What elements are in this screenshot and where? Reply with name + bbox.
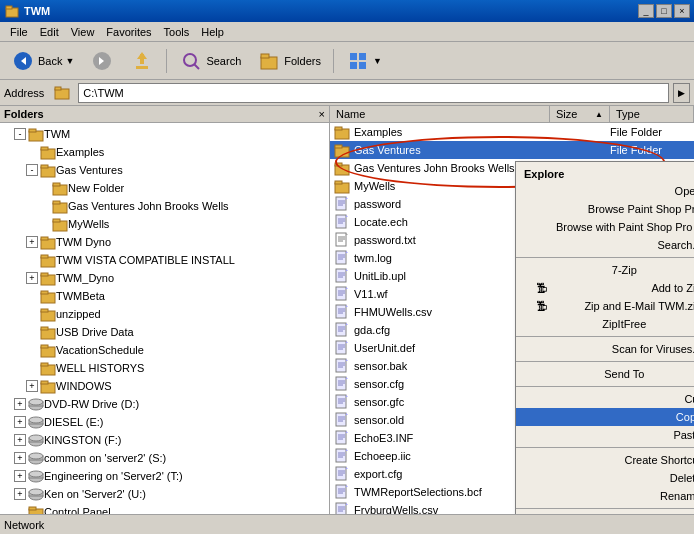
views-arrow: ▼ — [373, 56, 382, 66]
ctx-item-label: 7-Zip — [612, 264, 637, 276]
minimize-button[interactable]: _ — [638, 4, 654, 18]
menu-view[interactable]: View — [65, 24, 101, 40]
tree-item[interactable]: USB Drive Data — [2, 323, 327, 341]
search-button[interactable]: Search — [172, 45, 248, 77]
tree-label: common on 'server2' (S:) — [44, 452, 166, 464]
tree-item[interactable]: +KINGSTON (F:) — [2, 431, 327, 449]
titlebar-title: TWM — [24, 5, 638, 17]
titlebar: TWM _ □ × — [0, 0, 694, 22]
ctx-item[interactable]: Delete — [516, 469, 694, 487]
file-item[interactable]: Gas Ventures File Folder — [330, 141, 694, 159]
forward-button[interactable] — [83, 45, 121, 77]
ctx-item-label: Cut — [684, 393, 694, 405]
tree-item[interactable]: +TWM Dyno — [2, 233, 327, 251]
tree-expander[interactable]: + — [14, 452, 26, 464]
tree-item[interactable]: -Gas Ventures — [2, 161, 327, 179]
menu-favorites[interactable]: Favorites — [100, 24, 157, 40]
col-type[interactable]: Type — [610, 106, 694, 122]
tree-item[interactable]: Gas Ventures John Brooks Wells — [2, 197, 327, 215]
tree-expander[interactable]: + — [26, 380, 38, 392]
ctx-item[interactable]: Properties — [516, 512, 694, 514]
tree-item[interactable]: TWMBeta — [2, 287, 327, 305]
menu-edit[interactable]: Edit — [34, 24, 65, 40]
tree-expander[interactable]: + — [14, 416, 26, 428]
menu-tools[interactable]: Tools — [158, 24, 196, 40]
ctx-item[interactable]: ZipItFree► — [516, 315, 694, 333]
tree-expander[interactable]: + — [14, 488, 26, 500]
tree-item[interactable]: VacationSchedule — [2, 341, 327, 359]
back-button[interactable]: Back ▼ — [4, 45, 81, 77]
ctx-item[interactable]: Scan for Viruses... — [516, 340, 694, 358]
tree-expander[interactable]: - — [14, 128, 26, 140]
svg-rect-22 — [41, 147, 48, 150]
svg-marker-131 — [346, 377, 348, 379]
col-size[interactable]: Size ▲ — [550, 106, 610, 122]
tree-label: VacationSchedule — [56, 344, 144, 356]
ctx-item[interactable]: Browse Paint Shop Pro — [516, 200, 694, 218]
tree-label: TWM — [44, 128, 70, 140]
svg-marker-126 — [346, 359, 348, 361]
tree-expander[interactable]: + — [14, 470, 26, 482]
menu-help[interactable]: Help — [195, 24, 230, 40]
tree-label: WELL HISTORYS — [56, 362, 144, 374]
folders-button[interactable]: Folders — [250, 45, 328, 77]
up-button[interactable] — [123, 45, 161, 77]
ctx-item[interactable]: Browse with Paint Shop Pro 8 — [516, 218, 694, 236]
tree-item[interactable]: +DVD-RW Drive (D:) — [2, 395, 327, 413]
tree-item[interactable]: MyWells — [2, 215, 327, 233]
tree-expander[interactable]: + — [14, 434, 26, 446]
tree-item[interactable]: unzipped — [2, 305, 327, 323]
ctx-item[interactable]: Send To► — [516, 365, 694, 383]
tree-label: TWM Dyno — [56, 236, 111, 248]
tree-item[interactable]: +Ken on 'Server2' (U:) — [2, 485, 327, 503]
tree-label: unzipped — [56, 308, 101, 320]
tree-item[interactable]: New Folder — [2, 179, 327, 197]
ctx-separator — [516, 508, 694, 509]
folders-close-button[interactable]: × — [319, 108, 325, 120]
addressbar-input[interactable]: C:\TWM — [78, 83, 669, 103]
tree-item[interactable]: +WINDOWS — [2, 377, 327, 395]
addressbar-folder-icon — [50, 81, 74, 105]
tree-expander[interactable]: + — [26, 236, 38, 248]
file-name: Examples — [354, 126, 550, 138]
ctx-item[interactable]: 7-Zip► — [516, 261, 694, 279]
svg-point-57 — [29, 435, 43, 441]
tree-item[interactable]: Control Panel — [2, 503, 327, 514]
addressbar-go-button[interactable]: ▶ — [673, 83, 690, 103]
svg-marker-101 — [346, 269, 348, 271]
ctx-item[interactable]: Cut — [516, 390, 694, 408]
ctx-item[interactable]: Rename — [516, 487, 694, 505]
back-arrow[interactable]: ▼ — [65, 56, 74, 66]
tree-item[interactable]: +Engineering on 'Server2' (T:) — [2, 467, 327, 485]
ctx-item[interactable]: Open — [516, 182, 694, 200]
tree-item[interactable]: -TWM — [2, 125, 327, 143]
tree-expander[interactable]: + — [14, 398, 26, 410]
ctx-item[interactable]: 🗜Add to Zip — [516, 279, 694, 297]
ctx-separator — [516, 257, 694, 258]
tree-item[interactable]: WELL HISTORYS — [2, 359, 327, 377]
menu-file[interactable]: File — [4, 24, 34, 40]
maximize-button[interactable]: □ — [656, 4, 672, 18]
close-button[interactable]: × — [674, 4, 690, 18]
col-name[interactable]: Name — [330, 106, 550, 122]
ctx-item[interactable]: Copy — [516, 408, 694, 426]
svg-rect-68 — [29, 507, 36, 510]
tree-item[interactable]: +TWM_Dyno — [2, 269, 327, 287]
tree-label: DIESEL (E:) — [44, 416, 104, 428]
folders-tree[interactable]: -TWMExamples-Gas VenturesNew FolderGas V… — [0, 123, 329, 514]
ctx-item[interactable]: 🗜Zip and E-Mail TWM.zip — [516, 297, 694, 315]
tree-expander[interactable]: - — [26, 164, 38, 176]
tree-item[interactable]: +common on 'server2' (S:) — [2, 449, 327, 467]
tree-expander[interactable]: + — [26, 272, 38, 284]
tree-label: Ken on 'Server2' (U:) — [44, 488, 146, 500]
ctx-item[interactable]: Search... — [516, 236, 694, 254]
ctx-item[interactable]: Create Shortcut — [516, 451, 694, 469]
ctx-item[interactable]: Paste — [516, 426, 694, 444]
views-button[interactable]: ▼ — [339, 45, 389, 77]
ctx-separator — [516, 447, 694, 448]
file-item[interactable]: Examples File Folder — [330, 123, 694, 141]
ctx-item-label: Search... — [658, 239, 695, 251]
tree-item[interactable]: +DIESEL (E:) — [2, 413, 327, 431]
tree-item[interactable]: Examples — [2, 143, 327, 161]
tree-item[interactable]: TWM VISTA COMPATIBLE INSTALL — [2, 251, 327, 269]
